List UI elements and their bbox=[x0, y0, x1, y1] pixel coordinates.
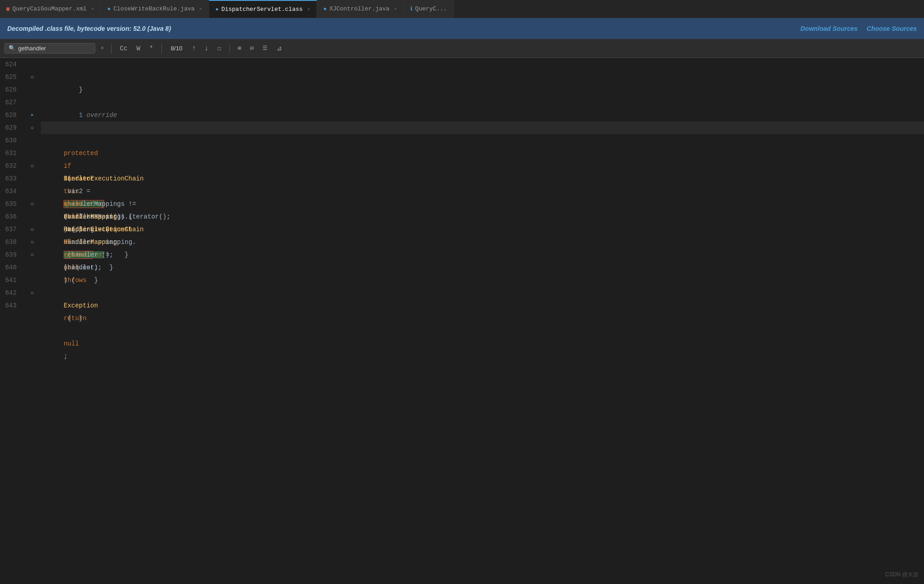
gutter-area: ⊖ ➤ ⊖ ⊖ ⊖ ⊖ ⊖ ⊖ ⊖ bbox=[27, 58, 37, 584]
search-query-text: gethandler bbox=[18, 45, 46, 52]
gutter-638: ⊖ bbox=[27, 236, 37, 248]
line-num-634: 634 bbox=[0, 185, 22, 198]
search-counter: 8/10 bbox=[167, 45, 186, 52]
line-num-632: 632 bbox=[0, 160, 22, 172]
line-num-630: 630 bbox=[0, 134, 22, 147]
tab-close-closewriteback[interactable]: × bbox=[199, 6, 202, 12]
gutter-627 bbox=[27, 96, 37, 109]
tab-closewriteback[interactable]: ● CloseWriteBackRule.java × bbox=[101, 0, 209, 18]
watermark: CSDN @大吉 bbox=[885, 571, 919, 579]
gutter-636 bbox=[27, 210, 37, 223]
code-line-637: } bbox=[41, 236, 924, 248]
tab-querycaigou[interactable]: ▣ QueryCaiGouMapper.xml × bbox=[0, 0, 101, 18]
decompiled-info: Decompiled .class file, bytecode version… bbox=[7, 25, 171, 32]
gutter-633 bbox=[27, 172, 37, 185]
line-num-643: 643 bbox=[0, 299, 22, 312]
search-prev-button[interactable]: ↑ bbox=[190, 43, 199, 54]
code-line-631 bbox=[41, 160, 924, 172]
gutter-626 bbox=[27, 83, 37, 96]
line-num-636: 636 bbox=[0, 210, 22, 223]
code-line-627: @Nullable bbox=[41, 109, 924, 122]
fold-icon-625[interactable]: ⊖ bbox=[30, 74, 34, 81]
gutter-631 bbox=[27, 147, 37, 160]
gutter-641 bbox=[27, 274, 37, 287]
tab-close-xjcontroller[interactable]: × bbox=[394, 6, 397, 12]
fold-icon-637[interactable]: ⊖ bbox=[30, 226, 34, 233]
line-num-641: 641 bbox=[0, 274, 22, 287]
code-area: 624 625 626 627 628 629 630 631 632 633 … bbox=[0, 58, 924, 584]
search-input-area: 🔍 gethandler bbox=[5, 43, 95, 54]
line-num-640: 640 bbox=[0, 261, 22, 274]
code-line-override: 1 override bbox=[41, 96, 924, 109]
search-option-btn-2[interactable]: ⊟ bbox=[248, 44, 256, 53]
code-line-630: Iterator var2 = this .handlerMappings.it… bbox=[41, 147, 924, 160]
search-option-btn-3[interactable]: ☰ bbox=[260, 44, 270, 53]
code-line-638: } bbox=[41, 248, 924, 261]
code-line-632: while (var2.hasNext()) { bbox=[41, 172, 924, 185]
code-line-625: } bbox=[41, 71, 924, 83]
code-line-634: HandlerExecutionChain handler = mapping.… bbox=[41, 198, 924, 210]
tab-queryc[interactable]: ℹ QueryC... bbox=[404, 0, 454, 18]
line-num-639: 639 bbox=[0, 248, 22, 261]
java-icon-1: ● bbox=[107, 6, 111, 12]
gutter-634 bbox=[27, 185, 37, 198]
choose-sources-link[interactable]: Choose Sources bbox=[867, 25, 917, 32]
line-num-627: 627 bbox=[0, 96, 22, 109]
gutter-640 bbox=[27, 261, 37, 274]
search-bar: 🔍 gethandler × Cc W * 8/10 ↑ ↓ ☐ ⊞ ⊟ ☰ ⊿ bbox=[0, 39, 924, 58]
search-word-button[interactable]: W bbox=[134, 44, 143, 54]
code-line-626 bbox=[41, 83, 924, 96]
fold-icon-638[interactable]: ⊖ bbox=[30, 239, 34, 246]
fold-icon-642[interactable]: ⊖ bbox=[30, 290, 34, 297]
code-content: } 1 override @Nullable protected Handler… bbox=[37, 58, 924, 584]
download-sources-link[interactable]: Download Sources bbox=[800, 25, 857, 32]
code-line-635: if (handler != null ) { bbox=[41, 210, 924, 223]
tab-close-dispatcherservlet[interactable]: × bbox=[307, 7, 311, 12]
line-num-642: 642 bbox=[0, 287, 22, 299]
debug-arrow-628[interactable]: ➤ bbox=[30, 112, 34, 119]
gutter-630 bbox=[27, 134, 37, 147]
fold-icon-635[interactable]: ⊖ bbox=[30, 201, 34, 208]
code-line-642: } bbox=[41, 299, 924, 312]
java-icon-2: ● bbox=[323, 6, 326, 12]
gutter-643 bbox=[27, 299, 37, 312]
code-line-628: protected HandlerExecutionChain getHandl… bbox=[41, 122, 924, 134]
gutter-637: ⊖ bbox=[27, 223, 37, 236]
line-num-629: 629 bbox=[0, 122, 22, 134]
search-separator-2 bbox=[161, 44, 162, 53]
info-bar: Decompiled .class file, bytecode version… bbox=[0, 18, 924, 39]
code-line-641: return null ; bbox=[41, 287, 924, 299]
line-num-637: 637 bbox=[0, 223, 22, 236]
line-num-628: 628 bbox=[0, 109, 22, 122]
code-line-624 bbox=[41, 58, 924, 71]
gutter-642: ⊖ bbox=[27, 287, 37, 299]
code-line-643 bbox=[41, 312, 924, 325]
gutter-628: ➤ bbox=[27, 109, 37, 122]
class-icon: ● bbox=[215, 6, 219, 13]
tab-close-querycaigou[interactable]: × bbox=[91, 6, 94, 12]
gutter-624 bbox=[27, 58, 37, 71]
search-option-btn-1[interactable]: ⊞ bbox=[235, 44, 244, 53]
code-line-629: if ( this .handlerMappings != null ) { bbox=[41, 134, 924, 147]
line-num-633: 633 bbox=[0, 172, 22, 185]
search-next-button[interactable]: ↓ bbox=[202, 43, 211, 54]
tab-bar: ▣ QueryCaiGouMapper.xml × ● CloseWriteBa… bbox=[0, 0, 924, 18]
search-case-button[interactable]: Cc bbox=[117, 44, 130, 54]
search-icon: 🔍 bbox=[9, 45, 15, 52]
line-num-625: 625 bbox=[0, 71, 22, 83]
search-regex-button[interactable]: * bbox=[146, 44, 156, 54]
gutter-635: ⊖ bbox=[27, 198, 37, 210]
search-separator-1 bbox=[111, 44, 112, 53]
code-line-633: HandlerMapping mapping = ( HandlerMappin… bbox=[41, 185, 924, 198]
line-num-638: 638 bbox=[0, 236, 22, 248]
tab-xjcontroller[interactable]: ● XJController.java × bbox=[317, 0, 404, 18]
fold-icon-632[interactable]: ⊖ bbox=[30, 163, 34, 170]
search-clear-button[interactable]: × bbox=[99, 44, 106, 53]
search-expand-btn[interactable]: ☐ bbox=[214, 43, 224, 54]
tab-dispatcherservlet[interactable]: ● DispatcherServlet.class × bbox=[209, 0, 317, 18]
search-filter-btn[interactable]: ⊿ bbox=[274, 43, 285, 54]
fold-icon-639[interactable]: ⊖ bbox=[30, 252, 34, 258]
fold-icon-629[interactable]: ⊖ bbox=[30, 125, 34, 131]
search-separator-3 bbox=[229, 44, 230, 53]
gutter-629: ⊖ bbox=[27, 122, 37, 134]
